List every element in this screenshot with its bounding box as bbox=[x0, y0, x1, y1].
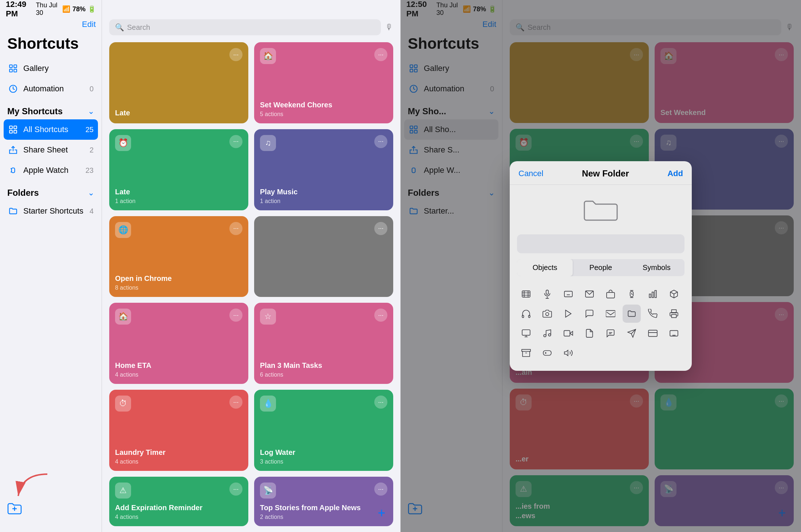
svg-rect-69 bbox=[648, 330, 657, 336]
sidebar-item-apple-watch[interactable]: Apple Watch 23 bbox=[4, 160, 98, 180]
shortcut-card-open-chrome[interactable]: 🌐 ··· Open in Chrome 8 actions bbox=[109, 216, 248, 297]
icon-envelope-open[interactable] bbox=[601, 305, 620, 323]
icon-cube[interactable] bbox=[665, 285, 683, 303]
shortcut-card-partial2[interactable]: ··· bbox=[254, 216, 393, 297]
dialog-cancel-button[interactable]: Cancel bbox=[518, 169, 543, 178]
icon-keyboard[interactable] bbox=[559, 285, 577, 303]
card-body: Play Music 1 action bbox=[260, 187, 387, 205]
svg-marker-88 bbox=[564, 350, 568, 356]
card-menu-btn[interactable]: ··· bbox=[229, 309, 242, 322]
sidebar-item-all-shortcuts[interactable]: All Shortcuts 25 bbox=[4, 119, 98, 140]
shortcut-card-laundry[interactable]: ⏱ ··· Laundry Timer 4 actions bbox=[109, 390, 248, 471]
shortcut-card-log-water[interactable]: 💧 ··· Log Water 3 actions bbox=[254, 390, 393, 471]
my-shortcuts-nav: All Shortcuts 25 Share Sheet 2 App bbox=[0, 119, 102, 180]
sidebar-item-gallery[interactable]: Gallery bbox=[4, 58, 98, 79]
card-menu-btn[interactable]: ··· bbox=[374, 483, 387, 496]
card-body: Home ETA 4 actions bbox=[115, 361, 242, 378]
icon-archive[interactable] bbox=[517, 344, 535, 362]
card-icon: 📡 bbox=[260, 483, 276, 499]
svg-rect-57 bbox=[672, 314, 676, 318]
mic-icon-left[interactable]: 🎙 bbox=[385, 23, 393, 32]
icon-monitor[interactable] bbox=[517, 324, 535, 342]
icon-camera[interactable] bbox=[538, 305, 556, 323]
search-input-left[interactable]: 🔍 Search bbox=[109, 19, 381, 35]
card-menu-btn[interactable]: ··· bbox=[374, 396, 387, 409]
icon-chat[interactable] bbox=[601, 324, 620, 342]
icon-play[interactable] bbox=[559, 305, 577, 323]
card-icon: ♫ bbox=[260, 135, 276, 151]
icon-briefcase[interactable] bbox=[601, 285, 620, 303]
icon-creditcard[interactable] bbox=[644, 324, 662, 342]
shortcut-card-set-weekend[interactable]: 🏠 ··· Set Weekend Chores 5 actions bbox=[254, 42, 393, 123]
shortcut-card-late[interactable]: ⏰ ··· Late 1 action bbox=[109, 129, 248, 210]
tab-symbols[interactable]: Symbols bbox=[629, 259, 684, 276]
card-body: Laundry Timer 4 actions bbox=[115, 448, 242, 465]
gallery-label: Gallery bbox=[23, 64, 49, 73]
card-menu-btn[interactable]: ··· bbox=[229, 396, 242, 409]
icon-watch[interactable] bbox=[623, 285, 641, 303]
icon-envelope[interactable] bbox=[580, 285, 599, 303]
card-menu-btn[interactable]: ··· bbox=[229, 135, 242, 148]
card-menu-btn[interactable]: ··· bbox=[229, 48, 242, 61]
icon-send[interactable] bbox=[623, 324, 641, 342]
tab-objects[interactable]: Objects bbox=[517, 259, 573, 276]
icon-film[interactable] bbox=[517, 285, 535, 303]
svg-rect-8 bbox=[14, 130, 17, 133]
svg-line-11 bbox=[11, 171, 12, 172]
shortcut-card-partial1[interactable]: ··· Late bbox=[109, 42, 248, 123]
shortcut-card-top-stories[interactable]: 📡 ··· Top Stories from Apple News 2 acti… bbox=[254, 477, 393, 526]
my-shortcuts-chevron[interactable]: ⌄ bbox=[88, 107, 94, 116]
status-icons-left: 📶 78% 🔋 bbox=[62, 5, 96, 13]
search-bar-left[interactable]: 🔍 Search 🎙 bbox=[102, 18, 400, 36]
edit-button-left[interactable]: Edit bbox=[0, 18, 102, 32]
card-menu-btn[interactable]: ··· bbox=[374, 309, 387, 322]
card-menu-btn[interactable]: ··· bbox=[374, 48, 387, 61]
sidebar-item-starter-shortcuts[interactable]: Starter Shortcuts 4 bbox=[4, 201, 98, 221]
shortcut-card-expiration[interactable]: ⚠ ··· Add Expiration Reminder 4 actions bbox=[109, 477, 248, 526]
svg-rect-2 bbox=[9, 69, 12, 72]
icon-mic[interactable] bbox=[538, 285, 556, 303]
shortcut-card-home-eta[interactable]: 🏠 ··· Home ETA 4 actions bbox=[109, 303, 248, 384]
icon-keyboard2[interactable] bbox=[665, 324, 683, 342]
svg-rect-81 bbox=[522, 349, 530, 351]
svg-rect-6 bbox=[14, 126, 17, 129]
folders-chevron[interactable]: ⌄ bbox=[88, 188, 94, 198]
dialog-icons-grid bbox=[510, 281, 692, 371]
sidebar-item-automation[interactable]: Automation 0 bbox=[4, 79, 98, 99]
dialog-add-button[interactable]: Add bbox=[667, 169, 683, 178]
icon-phone[interactable] bbox=[644, 305, 662, 323]
icon-headphones[interactable] bbox=[517, 305, 535, 323]
icon-bubble[interactable] bbox=[580, 305, 599, 323]
watch-label: Apple Watch bbox=[23, 166, 68, 175]
tab-people[interactable]: People bbox=[573, 259, 628, 276]
sidebar-item-share-sheet[interactable]: Share Sheet 2 bbox=[4, 140, 98, 160]
svg-rect-42 bbox=[607, 293, 615, 298]
icon-folder-selected[interactable] bbox=[623, 305, 641, 323]
svg-point-62 bbox=[548, 334, 551, 336]
add-shortcut-button[interactable]: + bbox=[374, 505, 390, 521]
card-menu-btn[interactable]: ··· bbox=[229, 222, 242, 235]
icon-doc[interactable] bbox=[580, 324, 599, 342]
icon-speaker[interactable] bbox=[559, 344, 577, 362]
folders-nav: Starter Shortcuts 4 bbox=[0, 201, 102, 221]
card-menu-btn[interactable]: ··· bbox=[229, 483, 242, 496]
folder-name-input[interactable] bbox=[517, 234, 684, 253]
icon-printer[interactable] bbox=[665, 305, 683, 323]
main-content-left: 🔍 Search 🎙 ··· Late 🏠 ··· bbox=[102, 0, 400, 532]
icon-gamepad[interactable] bbox=[538, 344, 556, 362]
card-subtitle: 8 actions bbox=[115, 285, 242, 291]
card-menu-btn[interactable]: ··· bbox=[374, 135, 387, 148]
all-shortcuts-label: All Shortcuts bbox=[23, 125, 68, 134]
icon-chart[interactable] bbox=[644, 285, 662, 303]
new-folder-dialog: Cancel New Folder Add Objects People Sym… bbox=[510, 161, 692, 371]
shortcut-card-plan-tasks[interactable]: ☆ ··· Plan 3 Main Tasks 6 actions bbox=[254, 303, 393, 384]
svg-rect-52 bbox=[522, 315, 524, 318]
svg-rect-50 bbox=[655, 290, 656, 298]
shortcut-card-play-music[interactable]: ♫ ··· Play Music 1 action bbox=[254, 129, 393, 210]
card-menu-btn[interactable]: ··· bbox=[374, 222, 387, 235]
icon-video[interactable] bbox=[559, 324, 577, 342]
card-subtitle: 4 actions bbox=[115, 458, 242, 465]
share-label: Share Sheet bbox=[23, 145, 68, 155]
card-header: ☆ ··· bbox=[260, 309, 387, 325]
icon-music[interactable] bbox=[538, 324, 556, 342]
